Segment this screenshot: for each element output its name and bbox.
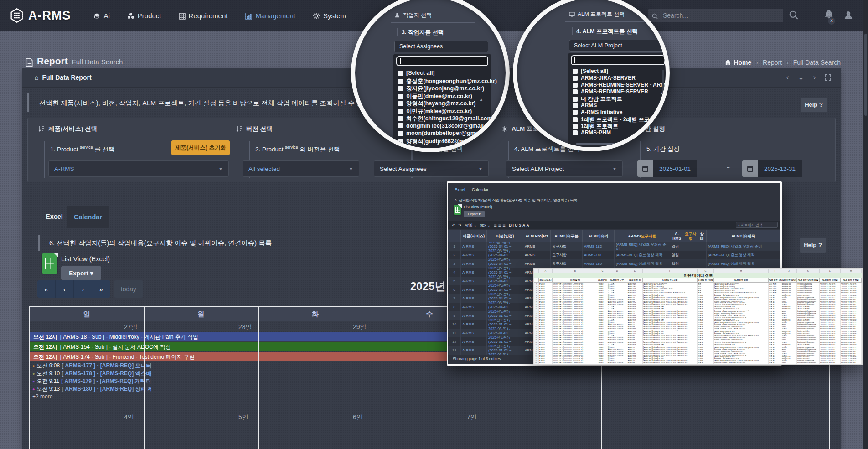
style-button-s[interactable]: S bbox=[519, 223, 522, 227]
window-tab-calendar[interactable]: Calendar bbox=[472, 187, 489, 192]
assignee-option[interactable]: dongmin lee(313cokr@gmail.com) bbox=[398, 123, 499, 129]
sheet-column-letter[interactable]: F bbox=[643, 269, 698, 273]
sheet-column-letter[interactable]: M bbox=[841, 269, 862, 273]
alm-project-option[interactable]: [Select all] bbox=[573, 68, 608, 74]
expand-icon[interactable] bbox=[825, 73, 831, 82]
sheet-column-letter[interactable]: L bbox=[820, 269, 841, 273]
sheet-column-letter[interactable]: C bbox=[598, 269, 607, 273]
alm-project-select[interactable]: Select ALM Project▼ bbox=[506, 160, 623, 177]
font-size-select[interactable]: 9px ⌄ bbox=[480, 223, 491, 227]
sheet-column-letter[interactable]: K bbox=[797, 269, 820, 273]
assignee-option[interactable]: 양형석(hsyang@mz.co.kr) bbox=[398, 100, 476, 108]
tab-calendar[interactable]: Calendar bbox=[67, 206, 109, 228]
search-input[interactable] bbox=[648, 9, 783, 22]
sheet-column-letter[interactable]: I bbox=[769, 269, 781, 273]
table-row[interactable]: 1A-RMS2025년 2분기 (2025-04-01 ~ 2025-06-30… bbox=[448, 242, 780, 251]
checkbox-icon[interactable] bbox=[573, 103, 578, 108]
checkbox-icon[interactable] bbox=[398, 109, 403, 114]
sheet-column-letter[interactable]: A bbox=[539, 269, 553, 273]
checkbox-icon[interactable] bbox=[573, 117, 578, 122]
calendar-nav-next[interactable]: › bbox=[74, 280, 92, 298]
collapse-right-icon[interactable]: › bbox=[813, 73, 816, 82]
menu-item-product[interactable]: Product bbox=[127, 11, 161, 20]
alm-project-option[interactable]: ARMS bbox=[573, 102, 597, 108]
font-name-select[interactable]: Arial ⌄ bbox=[465, 223, 477, 227]
checkbox-icon[interactable] bbox=[573, 89, 578, 94]
calendar-day-number[interactable]: 5일 bbox=[238, 413, 248, 422]
sheet-column-letter[interactable]: B bbox=[553, 269, 598, 273]
checkbox-icon[interactable] bbox=[573, 110, 578, 115]
calendar-day-number[interactable]: 6일 bbox=[353, 413, 363, 422]
dropdown-search-input[interactable] bbox=[396, 56, 488, 66]
assignee-option[interactable]: 이동민(dmlee@mz.co.kr) bbox=[398, 93, 472, 100]
checkbox-icon[interactable] bbox=[573, 124, 578, 129]
style-button-i[interactable]: I bbox=[513, 223, 514, 227]
scroll-up-icon[interactable]: ▲ bbox=[660, 91, 664, 95]
help-button-section6[interactable]: Help ? bbox=[800, 238, 826, 253]
style-button-a[interactable]: A bbox=[526, 223, 529, 227]
scroll-up-icon[interactable]: ▲ bbox=[479, 97, 483, 102]
assignee-option[interactable]: 이민규(mklee@mz.co.kr) bbox=[398, 108, 472, 115]
assignee-option[interactable]: [Select all] bbox=[398, 70, 435, 76]
checkbox-icon[interactable] bbox=[398, 94, 403, 99]
product-select[interactable]: A-RMS▼ bbox=[48, 160, 229, 177]
sheet-column-letter[interactable]: H bbox=[714, 269, 769, 273]
style-button-b[interactable]: B bbox=[509, 223, 512, 227]
calendar-day-number[interactable]: 4일 bbox=[124, 413, 134, 422]
checkbox-icon[interactable] bbox=[573, 97, 578, 102]
calendar-dot-event[interactable]: ●오전 9:10[ ARMS-178 ] - [ARMS-REQ] 엑스배 bbox=[32, 370, 151, 377]
checkbox-icon[interactable] bbox=[398, 123, 403, 128]
assignee-option[interactable]: 장지윤(jiyoonjang@mz.co.kr) bbox=[398, 85, 484, 93]
search-submit-icon[interactable] bbox=[789, 10, 799, 20]
product-reset-button[interactable]: 제품(서비스) 초기화 bbox=[171, 140, 230, 155]
checkbox-icon[interactable] bbox=[573, 83, 578, 88]
calendar-nav-last[interactable]: » bbox=[92, 280, 110, 298]
table-row[interactable]: 2A-RMS2025년 2분기 (2025-04-01 ~ 2025-06-30… bbox=[448, 251, 780, 259]
checkbox-icon[interactable] bbox=[398, 101, 403, 106]
calendar-nav-first[interactable]: « bbox=[37, 280, 56, 298]
undo-icon[interactable]: ↶ bbox=[452, 223, 455, 227]
calendar-dot-event[interactable]: ●오전 9:13[ ARMS-180 ] - [ARMS-REQ] 상패 제 bbox=[32, 386, 151, 392]
checkbox-icon[interactable] bbox=[398, 86, 403, 91]
help-button-top[interactable]: Help ? bbox=[801, 98, 827, 112]
collapse-left-icon[interactable]: ‹ bbox=[786, 73, 789, 82]
breadcrumb-report[interactable]: Report bbox=[763, 59, 782, 66]
calendar-today-button[interactable]: today bbox=[114, 280, 143, 298]
calendar-day-number[interactable]: 29일 bbox=[353, 323, 367, 331]
assignee-select[interactable]: Select Assignees bbox=[394, 41, 488, 52]
menu-item-ai[interactable]: Ai bbox=[93, 11, 110, 20]
checkbox-icon[interactable] bbox=[573, 69, 578, 74]
style-button-a[interactable]: A bbox=[522, 223, 525, 227]
align-icons[interactable]: ≣ ≣ ≣ bbox=[494, 223, 506, 227]
menu-item-management[interactable]: Management bbox=[245, 11, 295, 20]
calendar-dot-event[interactable]: ●오전 9:08[ ARMS-177 ] - [ARMS-REQ] 모니터 bbox=[32, 362, 151, 369]
window-export-button[interactable]: Export ▾ bbox=[464, 211, 485, 217]
tab-excel[interactable]: Excel bbox=[46, 213, 63, 220]
alm-project-option[interactable]: ARMS-REDMINE-SERVER - ARMS-RE bbox=[573, 82, 670, 88]
collapse-down-icon[interactable]: ⌄ bbox=[798, 73, 804, 82]
checkbox-icon[interactable] bbox=[398, 79, 403, 84]
sheet-column-letter[interactable]: G bbox=[698, 269, 714, 273]
menu-item-system[interactable]: System bbox=[313, 11, 346, 20]
checkbox-icon[interactable] bbox=[398, 116, 403, 121]
export-button[interactable]: Export ▾ bbox=[61, 266, 101, 280]
dropdown-search-input[interactable] bbox=[571, 55, 665, 65]
menu-item-requirement[interactable]: Requirement bbox=[179, 11, 228, 20]
checkbox-icon[interactable] bbox=[398, 131, 403, 136]
sheet-search-input[interactable]: ⌕ 시트에서 검색 bbox=[736, 222, 778, 228]
checkbox-icon[interactable] bbox=[398, 71, 403, 76]
assignee-option[interactable]: 홍성훈(hongseonghun@mz.co.kr) bbox=[398, 77, 497, 85]
version-select[interactable]: All selected▼ bbox=[243, 160, 359, 177]
sheet-column-letter[interactable]: D bbox=[607, 269, 627, 273]
date-from-input[interactable]: 2025-01-01 bbox=[637, 160, 713, 177]
calendar-day-number[interactable]: 28일 bbox=[238, 323, 252, 331]
table-row[interactable]: 3A-RMS2025년 2분기 (2025-04-01 ~ 2025-06-30… bbox=[448, 259, 780, 268]
checkbox-icon[interactable] bbox=[573, 76, 578, 81]
sheet-row[interactable]: 45A-RMS2025년 1분기 (2025-01-01 ~ 2025-03-3… bbox=[534, 362, 862, 364]
user-profile-icon[interactable] bbox=[843, 10, 853, 20]
alm-project-option[interactable]: ARMS-REDMINE-SERVER bbox=[573, 88, 648, 95]
assignee-option[interactable]: 최수현(chltngus129@gmail.com) bbox=[398, 115, 494, 123]
breadcrumb-home[interactable]: Home bbox=[724, 59, 751, 66]
calendar-dot-event[interactable]: ●오전 9:11[ ARMS-179 ] - [ARMS-REQ] 캐릭터 bbox=[32, 378, 151, 385]
checkbox-icon[interactable] bbox=[573, 130, 578, 135]
